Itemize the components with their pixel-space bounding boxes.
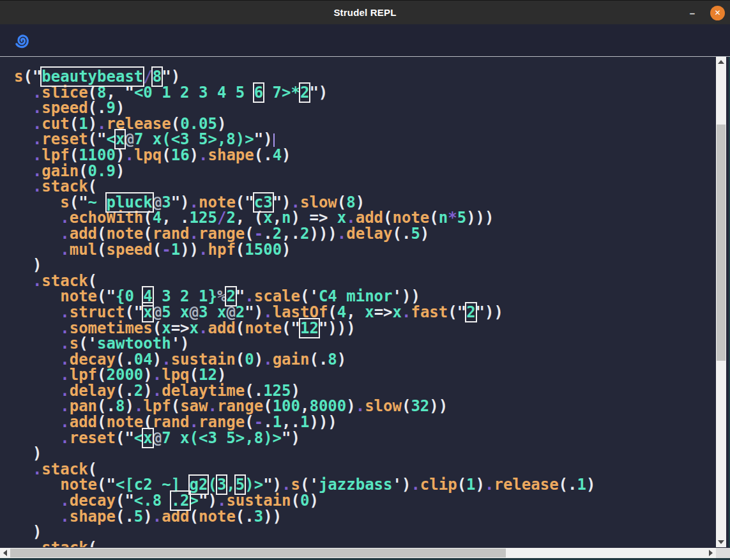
code-token: x <box>393 303 402 321</box>
scroll-down-button[interactable] <box>716 537 726 547</box>
code-token: ") <box>309 84 328 102</box>
code-token: note <box>199 508 236 526</box>
code-token: ( <box>236 351 245 368</box>
code-line[interactable]: .reset("<x@7 x(<3 5>,8)>") <box>14 132 716 148</box>
code-line[interactable]: .echoWith(4, .125/2, (x,n) => x.add(note… <box>14 210 716 226</box>
code-line[interactable]: .lpf(2000).lpq(12) <box>14 367 716 383</box>
code-line[interactable]: .speed(.9) <box>14 100 716 116</box>
code-line[interactable]: s("~ pluck@3").note("c3").slow(8) <box>14 195 716 211</box>
code-editor[interactable]: s("beautybeast/8") .slice(8, "<0 1 2 3 4… <box>0 57 716 547</box>
code-line[interactable]: .pan(.8).lpf(saw.range(100,8000).slow(32… <box>14 398 716 414</box>
code-token: n <box>439 209 448 227</box>
code-token: (" <box>282 319 300 337</box>
code-line[interactable]: note("{0 4 3 2 1}%2".scale('C4 minor')) <box>14 289 716 305</box>
code-token: ))) <box>309 225 337 243</box>
code-token: )) <box>429 397 448 415</box>
arrow-down-icon <box>718 540 724 544</box>
horizontal-scrollbar-thumb[interactable] <box>10 549 506 557</box>
code-token: - <box>162 241 171 259</box>
code-line[interactable]: .delay(.2).delaytime(.125) <box>14 383 716 399</box>
code-line[interactable]: .gain(0.9) <box>14 163 716 179</box>
code-line[interactable]: ) <box>14 524 716 540</box>
scroll-right-button[interactable] <box>706 548 716 558</box>
code-token: ) <box>254 351 263 368</box>
text-cursor <box>273 133 275 147</box>
code-token: 1 <box>466 476 475 494</box>
code-token: x <box>365 303 374 321</box>
code-line[interactable]: .decay("<.8 .2>").sustain(0) <box>14 493 716 509</box>
code-line[interactable]: .cut(1).release(0.05) <box>14 116 716 132</box>
code-token: ) <box>476 476 485 494</box>
code-token: . <box>199 241 208 259</box>
code-token: ( <box>162 146 171 164</box>
code-token: ( <box>236 241 245 259</box>
code-token: ) <box>143 508 152 526</box>
code-line[interactable]: .mul(speed(-1)).hpf(1500) <box>14 242 716 258</box>
code-token: * <box>448 209 457 227</box>
code-token: ) <box>116 162 125 180</box>
code-token: (" <box>448 303 466 321</box>
code-token: 5 <box>457 209 466 227</box>
code-token: release <box>494 476 558 494</box>
code-lines[interactable]: s("beautybeast/8") .slice(8, "<0 1 2 3 4… <box>0 57 716 547</box>
code-token: . <box>356 397 365 415</box>
code-token: 7 x(<3 5>,8)> <box>162 429 282 447</box>
code-token: ) <box>190 146 199 164</box>
code-line[interactable]: ) <box>14 257 716 273</box>
code-token: @ <box>153 429 162 447</box>
code-token: stack <box>42 539 87 547</box>
code-token: clip <box>420 476 457 494</box>
code-token: ") <box>282 429 300 447</box>
code-token: (. <box>236 508 254 526</box>
code-token: ")) <box>476 303 503 321</box>
code-token: . <box>411 476 420 494</box>
code-line[interactable]: .reset("<x@7 x(<3 5>,8)>") <box>14 430 716 446</box>
code-line[interactable]: .sometimes(x=>x.add(note("12"))) <box>14 321 716 337</box>
vertical-scrollbar[interactable] <box>716 57 726 547</box>
code-line[interactable]: .slice(8, "<0 1 2 3 4 5 6 7>*2") <box>14 85 716 101</box>
toolbar <box>0 24 730 57</box>
code-line[interactable]: .stack( <box>14 179 716 195</box>
code-token: . <box>125 146 133 164</box>
close-button[interactable]: ✕ <box>710 6 725 20</box>
code-token: 5 <box>134 508 143 526</box>
code-line[interactable]: .decay(.04).sustain(0).gain(.8) <box>14 352 716 368</box>
code-token: x <box>190 319 199 337</box>
code-line[interactable]: .add(note(rand.range(-.1,.1))) <box>14 414 716 430</box>
code-token: . <box>263 351 272 368</box>
code-line[interactable]: ) <box>14 446 716 462</box>
scroll-up-button[interactable] <box>716 57 726 67</box>
active-highlight-box: 2 <box>300 84 309 102</box>
code-token: ) <box>586 476 595 494</box>
strudel-logo-icon[interactable] <box>13 30 33 50</box>
scrollbar-corner <box>716 548 730 558</box>
code-token: (" <box>116 429 134 447</box>
code-token: hpf <box>208 241 235 259</box>
code-token: reset <box>70 429 116 447</box>
window-controls: – ✕ <box>686 1 725 25</box>
vertical-scrollbar-thumb[interactable] <box>717 125 726 361</box>
code-line[interactable]: note("<[c2 ~] g2(3,5)>").s('jazzbass').c… <box>14 477 716 493</box>
code-line[interactable]: .struct("x@5 x@3 x@2").lastOf(4, x=>x.fa… <box>14 305 716 321</box>
code-token: ( <box>457 476 466 494</box>
code-line[interactable]: .stack( <box>14 462 716 478</box>
code-token: 2 <box>300 225 309 243</box>
active-highlight-box: 2 <box>466 303 475 321</box>
code-line[interactable]: .stack( <box>14 273 716 289</box>
code-token: 1500 <box>245 241 282 259</box>
code-line[interactable]: .s('sawtooth') <box>14 336 716 352</box>
horizontal-scrollbar[interactable] <box>0 548 716 558</box>
code-line[interactable]: .add(note(rand.range(-.2,.2))).delay(.5) <box>14 226 716 242</box>
code-line[interactable]: s("beautybeast/8") <box>14 69 716 85</box>
code-line[interactable]: .stack( <box>14 540 716 547</box>
arrow-right-icon <box>709 550 713 556</box>
scroll-left-button[interactable] <box>0 548 10 558</box>
code-token: 4 <box>273 146 282 164</box>
code-line[interactable]: .lpf(1100).lpq(16).shape(.4) <box>14 148 716 163</box>
window-titlebar[interactable]: Strudel REPL – ✕ <box>0 0 730 24</box>
code-line[interactable]: .shape(.5).add(note(.3)) <box>14 509 716 525</box>
code-token: ( <box>291 492 300 510</box>
minimize-button[interactable]: – <box>686 8 699 19</box>
code-token: . <box>33 539 42 547</box>
code-token: )) <box>263 508 282 526</box>
